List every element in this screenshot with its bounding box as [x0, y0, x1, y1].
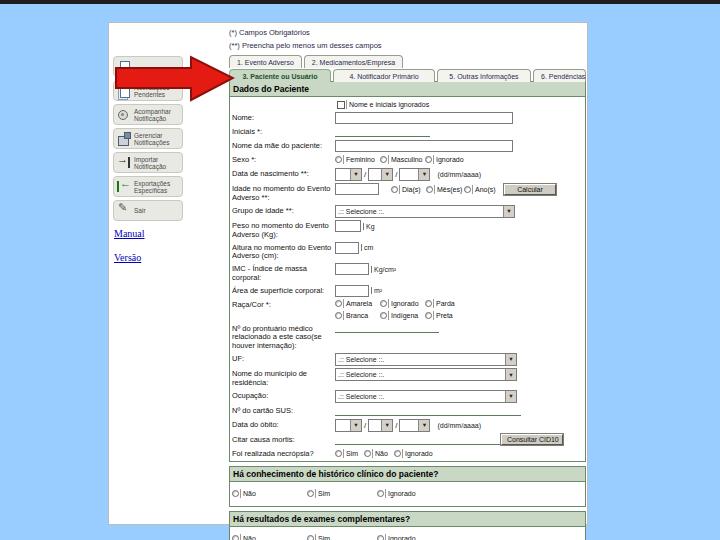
sidebar-item-label: Acompanhar Notificação	[134, 108, 181, 122]
causa-mortis-label: Citar causa mortis:	[232, 434, 335, 445]
causa-mortis-input[interactable]	[335, 435, 501, 445]
radio-icon	[335, 450, 342, 457]
necropsia-label: Foi realizada necrópsia?	[232, 448, 335, 459]
versao-link[interactable]: Versão	[114, 252, 154, 263]
radio-icon	[307, 490, 314, 497]
raca-indigena-radio[interactable]: Indígena	[380, 311, 425, 320]
divider	[385, 489, 386, 498]
prontuario-input[interactable]	[335, 323, 439, 333]
divider	[388, 155, 389, 164]
cartao-sus-input[interactable]	[335, 406, 521, 416]
necropsia-ignorado-radio[interactable]: Ignorado	[394, 449, 433, 458]
exames-ignorado-radio[interactable]: Ignorado	[377, 534, 416, 540]
tab-outras-informacoes[interactable]: 5. Outras Informações	[437, 69, 531, 82]
idade-input[interactable]	[335, 183, 379, 195]
idade-dias-radio[interactable]: Dia(s)	[391, 185, 426, 194]
sidebar-item-sair[interactable]: Sair	[113, 200, 183, 221]
slide-top-border	[0, 0, 720, 4]
raca-branca-radio[interactable]: Branca	[335, 311, 380, 320]
radio-icon	[307, 535, 314, 540]
consultar-cid10-button[interactable]: Consultar CID10	[501, 434, 563, 445]
tab-pendencias[interactable]: 6. Pendências	[533, 69, 586, 82]
municipio-select[interactable]: .:: Selecione ::. ▼	[335, 368, 517, 381]
uf-row: UF: .:: Selecione ::. ▼	[232, 353, 582, 366]
divider	[240, 534, 241, 540]
sidebar-item-label: Gerenciar Notificações	[134, 132, 181, 146]
radio-icon	[377, 490, 384, 497]
radio-icon	[364, 450, 371, 457]
form-content: (*) Campos Obrigatórios (**) Preencha pe…	[229, 26, 586, 540]
ocupacao-select[interactable]: .:: Selecione ::. ▼	[335, 390, 517, 403]
historico-nao-radio[interactable]: Não	[232, 489, 307, 498]
nome-input[interactable]	[335, 112, 513, 124]
red-arrow	[115, 55, 235, 102]
imc-unit: Kg/cm²	[371, 266, 396, 273]
necropsia-row: Foi realizada necrópsia? Sim Não Igno	[232, 448, 582, 459]
date-format-hint: (dd/mm/aaaa)	[437, 171, 481, 178]
divider	[433, 311, 434, 320]
chevron-down-icon: ▼	[350, 169, 361, 180]
data-nascimento-label: Data de nascimento **:	[232, 168, 335, 179]
sidebar-item-importar-notificacao[interactable]: Importar Notificação	[113, 152, 183, 173]
radio-icon	[232, 490, 239, 497]
sidebar-item-gerenciar-notificacoes[interactable]: Gerenciar Notificações	[113, 128, 183, 149]
raca-preta-radio[interactable]: Preta	[425, 311, 470, 320]
peso-input[interactable]	[335, 220, 361, 232]
imc-input[interactable]	[335, 263, 369, 275]
chevron-down-icon: ▼	[505, 354, 516, 365]
exames-nao-radio[interactable]: Não	[232, 534, 307, 540]
tab-medicamentos-empresa[interactable]: 2. Medicamentos/Empresa	[304, 55, 403, 68]
date-format-hint: (dd/mm/aaaa)	[437, 422, 481, 429]
idade-meses-radio[interactable]: Mês(es)	[426, 185, 464, 194]
divider	[434, 185, 435, 194]
altura-input[interactable]	[335, 242, 359, 254]
sexo-ignorado-radio[interactable]: Ignorado	[425, 155, 470, 164]
nascimento-ano-select[interactable]: ▼	[399, 168, 430, 181]
raca-amarela-radio[interactable]: Amarela	[335, 299, 380, 308]
raca-parda-radio[interactable]: Parda	[425, 299, 470, 308]
nascimento-dia-select[interactable]: ▼	[335, 168, 362, 181]
sidebar-item-acompanhar-notificacao[interactable]: Acompanhar Notificação	[113, 104, 183, 125]
exames-sim-radio[interactable]: Sim	[307, 534, 377, 540]
cartao-sus-label: Nº do cartão SUS:	[232, 405, 335, 416]
grupo-idade-select[interactable]: .:: Selecione ::. ▼	[335, 205, 515, 218]
sidebar-item-exportacoes-especificas[interactable]: Exportações Específicas	[113, 176, 183, 197]
cartao-sus-row: Nº do cartão SUS:	[232, 405, 582, 416]
nome-iniciais-ignorados-checkbox[interactable]: Nome e iniciais ignorados	[337, 100, 429, 109]
obito-mes-select[interactable]: ▼	[368, 419, 393, 432]
imc-row: IMC - Índice de massa corporal: Kg/cm²	[232, 263, 582, 282]
manual-link[interactable]: Manual	[114, 228, 154, 239]
nascimento-mes-select[interactable]: ▼	[368, 168, 393, 181]
necropsia-nao-radio[interactable]: Não	[364, 449, 394, 458]
calcular-button[interactable]: Calcular	[504, 184, 556, 195]
iniciais-input[interactable]	[335, 127, 430, 137]
raca-ignorado-radio[interactable]: Ignorado	[380, 299, 425, 308]
historico-ignorado-radio[interactable]: Ignorado	[377, 489, 416, 498]
necropsia-sim-radio[interactable]: Sim	[335, 449, 364, 458]
tab-notificador-primario[interactable]: 4. Notificador Primário	[333, 69, 435, 82]
exit-pen-icon	[117, 204, 131, 218]
chevron-down-icon: ▼	[505, 369, 516, 380]
tab-paciente-ou-usuario[interactable]: 3. Paciente ou Usuário	[229, 69, 331, 82]
sexo-feminino-radio[interactable]: Feminino	[335, 155, 380, 164]
obito-dia-select[interactable]: ▼	[335, 419, 362, 432]
peso-unit: Kg	[363, 223, 375, 230]
superficie-input[interactable]	[335, 285, 369, 297]
divider	[346, 100, 347, 109]
nome-mae-input[interactable]	[335, 140, 513, 152]
disk-icon	[117, 132, 131, 146]
iniciais-row: Iniciais *:	[232, 126, 582, 137]
note-at-least-one: (**) Preencha pelo menos um desses campo…	[229, 39, 586, 52]
tab-evento-adverso[interactable]: 1. Evento Adverso	[229, 55, 302, 68]
idade-anos-radio[interactable]: Ano(s)	[464, 185, 504, 194]
obito-ano-select[interactable]: ▼	[399, 419, 430, 432]
uf-label: UF:	[232, 353, 335, 364]
ignored-checkbox-row: Nome e iniciais ignorados	[337, 100, 582, 109]
peso-label: Peso no momento do Evento Adverso (Kg):	[232, 220, 335, 239]
superficie-label: Área de superfície corporal:	[232, 285, 335, 296]
divider	[472, 185, 473, 194]
historico-sim-radio[interactable]: Sim	[307, 489, 377, 498]
uf-select[interactable]: .:: Selecione ::. ▼	[335, 353, 517, 366]
dados-do-paciente-panel: Dados do Paciente Nome e iniciais ignora…	[229, 81, 586, 462]
sexo-masculino-radio[interactable]: Masculino	[380, 155, 425, 164]
